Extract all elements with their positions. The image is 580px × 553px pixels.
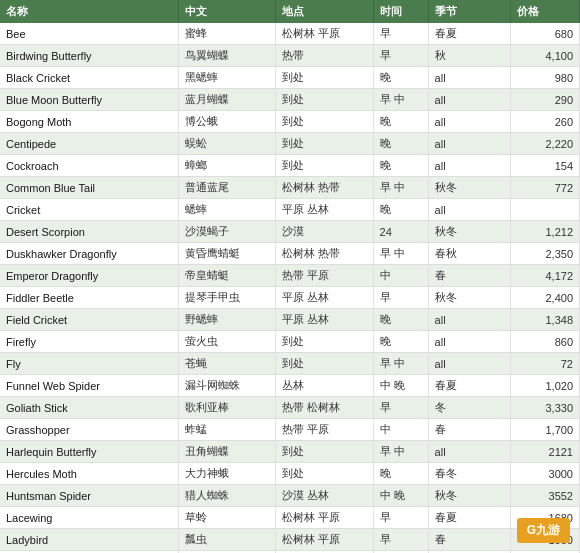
table-cell: 黑蟋蟀 (179, 67, 275, 89)
table-cell: 帝皇蜻蜓 (179, 265, 275, 287)
table-cell: 蜜蜂 (179, 23, 275, 45)
table-cell: all (428, 155, 511, 177)
col-header-time: 时间 (373, 0, 428, 23)
table-cell: Bogong Moth (0, 111, 179, 133)
table-cell: 2,220 (511, 133, 580, 155)
table-cell: 沙漠蝎子 (179, 221, 275, 243)
table-cell: all (428, 353, 511, 375)
table-cell: Grasshopper (0, 419, 179, 441)
col-header-location: 地点 (275, 0, 373, 23)
table-cell: 博公蛾 (179, 111, 275, 133)
table-cell: 春 (428, 529, 511, 551)
table-cell: 鸟翼蝴蝶 (179, 45, 275, 67)
table-cell: 平原 丛林 (275, 287, 373, 309)
table-row: Bogong Moth博公蛾到处晚all260 (0, 111, 580, 133)
table-cell: Hercules Moth (0, 463, 179, 485)
table-cell: 蟋蟀 (179, 199, 275, 221)
table-cell: 154 (511, 155, 580, 177)
table-cell: Goliath Stick (0, 397, 179, 419)
table-cell: 歌利亚棒 (179, 397, 275, 419)
table-cell: Cockroach (0, 155, 179, 177)
table-cell: 平原 丛林 (275, 309, 373, 331)
table-cell: Blue Moon Butterfly (0, 89, 179, 111)
table-cell: 到处 (275, 463, 373, 485)
table-cell: 中 晚 (373, 485, 428, 507)
table-row: Centipede蜈蚣到处晚all2,220 (0, 133, 580, 155)
table-row: Emperor Dragonfly帝皇蜻蜓热带 平原中春4,172 (0, 265, 580, 287)
table-cell: 秋 (428, 45, 511, 67)
table-cell: 蟑螂 (179, 155, 275, 177)
table-cell: 沙漠 丛林 (275, 485, 373, 507)
table-cell: 松树林 平原 (275, 529, 373, 551)
table-cell: 3000 (511, 463, 580, 485)
table-cell: 草蛉 (179, 507, 275, 529)
table-cell: 晚 (373, 111, 428, 133)
table-cell: 蜈蚣 (179, 133, 275, 155)
table-cell: 猎人蜘蛛 (179, 485, 275, 507)
table-cell: 早 (373, 23, 428, 45)
table-cell: 热带 平原 (275, 265, 373, 287)
table-cell: 秋冬 (428, 177, 511, 199)
table-cell: 290 (511, 89, 580, 111)
table-row: Harlequin Butterfly丑角蝴蝶到处早 中all2121 (0, 441, 580, 463)
table-cell (511, 199, 580, 221)
table-row: Ladybird瓢虫松树林 平原早春1900 (0, 529, 580, 551)
table-cell: 平原 丛林 (275, 199, 373, 221)
table-row: Hercules Moth大力神蛾到处晚春冬3000 (0, 463, 580, 485)
table-cell: 热带 平原 (275, 419, 373, 441)
table-cell: 4,100 (511, 45, 580, 67)
table-cell: 黄昏鹰蜻蜓 (179, 243, 275, 265)
table-cell: 晚 (373, 67, 428, 89)
table-cell: 3552 (511, 485, 580, 507)
main-table-container[interactable]: 名称 中文 地点 时间 季节 价格 Bee蜜蜂松树林 平原早春夏680Birdw… (0, 0, 580, 553)
table-cell: 1,348 (511, 309, 580, 331)
table-row: Bee蜜蜂松树林 平原早春夏680 (0, 23, 580, 45)
table-row: Firefly萤火虫到处晚all860 (0, 331, 580, 353)
table-row: Duskhawker Dragonfly黄昏鹰蜻蜓松树林 热带早 中春秋2,35… (0, 243, 580, 265)
table-cell: 春 (428, 419, 511, 441)
table-cell: 丑角蝴蝶 (179, 441, 275, 463)
table-cell: 丛林 (275, 375, 373, 397)
table-cell: 漏斗网蜘蛛 (179, 375, 275, 397)
table-cell: 春夏 (428, 23, 511, 45)
table-cell: Ladybird (0, 529, 179, 551)
table-row: Cockroach蟑螂到处晚all154 (0, 155, 580, 177)
table-cell: Lacewing (0, 507, 179, 529)
table-cell: 980 (511, 67, 580, 89)
table-row: Funnel Web Spider漏斗网蜘蛛丛林中 晚春夏1,020 (0, 375, 580, 397)
table-cell: 晚 (373, 463, 428, 485)
table-cell: 2,350 (511, 243, 580, 265)
table-cell: Desert Scorpion (0, 221, 179, 243)
table-cell: 中 (373, 265, 428, 287)
table-row: Fiddler Beetle提琴手甲虫平原 丛林早秋冬2,400 (0, 287, 580, 309)
table-cell: Black Cricket (0, 67, 179, 89)
table-row: Lacewing草蛉松树林 平原早春夏1680 (0, 507, 580, 529)
table-cell: 到处 (275, 155, 373, 177)
table-row: Common Blue Tail普通蓝尾松树林 热带早 中秋冬772 (0, 177, 580, 199)
table-cell: 春夏 (428, 507, 511, 529)
table-cell: Emperor Dragonfly (0, 265, 179, 287)
table-cell: 到处 (275, 331, 373, 353)
table-header-row: 名称 中文 地点 时间 季节 价格 (0, 0, 580, 23)
table-row: Fly苍蝇到处早 中all72 (0, 353, 580, 375)
table-row: Cricket蟋蟀平原 丛林晚all (0, 199, 580, 221)
table-cell: 春秋 (428, 243, 511, 265)
table-cell: 松树林 平原 (275, 23, 373, 45)
table-cell: Birdwing Butterfly (0, 45, 179, 67)
table-cell: all (428, 133, 511, 155)
table-cell: 松树林 热带 (275, 243, 373, 265)
table-row: Huntsman Spider猎人蜘蛛沙漠 丛林中 晚秋冬3552 (0, 485, 580, 507)
table-cell: 苍蝇 (179, 353, 275, 375)
table-cell: 中 (373, 419, 428, 441)
table-cell: 晚 (373, 133, 428, 155)
table-cell: 冬 (428, 397, 511, 419)
table-cell: 蚱蜢 (179, 419, 275, 441)
table-cell: Bee (0, 23, 179, 45)
table-cell: 到处 (275, 111, 373, 133)
insect-table: 名称 中文 地点 时间 季节 价格 Bee蜜蜂松树林 平原早春夏680Birdw… (0, 0, 580, 553)
col-header-season: 季节 (428, 0, 511, 23)
table-cell: Field Cricket (0, 309, 179, 331)
table-cell: all (428, 89, 511, 111)
table-cell: 1680 (511, 507, 580, 529)
table-cell: 到处 (275, 89, 373, 111)
